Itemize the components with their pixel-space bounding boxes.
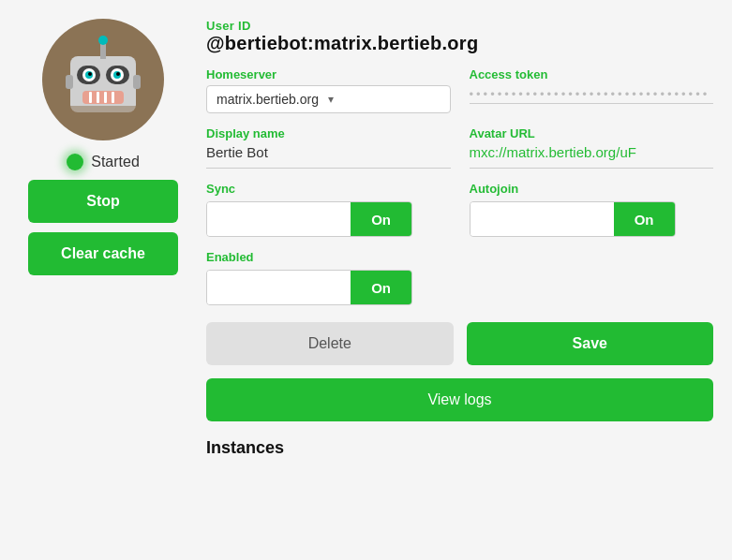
autojoin-group: Autojoin On xyxy=(470,182,714,237)
sync-autojoin-row: Sync On Autojoin On xyxy=(206,182,713,237)
access-token-group: Access token xyxy=(470,67,714,113)
enabled-on-label[interactable]: On xyxy=(351,271,411,304)
svg-rect-12 xyxy=(89,92,92,103)
autojoin-off-area xyxy=(471,202,614,236)
user-id-label: User ID xyxy=(206,19,713,33)
right-panel: User ID @bertiebot:matrix.bertieb.org Ho… xyxy=(206,19,713,458)
sync-toggle[interactable]: On xyxy=(206,201,412,237)
instances-label: Instances xyxy=(206,438,713,458)
status-dot xyxy=(67,154,83,170)
delete-button[interactable]: Delete xyxy=(206,322,454,365)
svg-point-9 xyxy=(88,72,92,76)
homeserver-access-row: Homeserver matrix.bertieb.org ▾ Access t… xyxy=(206,67,713,113)
homeserver-label: Homeserver xyxy=(206,67,451,81)
clear-cache-button[interactable]: Clear cache xyxy=(28,232,178,275)
homeserver-group: Homeserver matrix.bertieb.org ▾ xyxy=(206,67,451,113)
enabled-group: Enabled On xyxy=(206,250,713,305)
access-token-label: Access token xyxy=(470,67,714,81)
svg-rect-14 xyxy=(104,92,107,103)
save-button[interactable]: Save xyxy=(467,322,714,365)
sync-off-area xyxy=(207,202,351,236)
chevron-down-icon: ▾ xyxy=(328,93,440,106)
svg-rect-15 xyxy=(112,92,114,103)
autojoin-toggle[interactable]: On xyxy=(470,201,676,237)
enabled-toggle[interactable]: On xyxy=(206,270,412,305)
stop-button[interactable]: Stop xyxy=(28,180,178,223)
sync-label: Sync xyxy=(206,182,451,196)
svg-rect-13 xyxy=(97,92,99,103)
user-id-value: @bertiebot:matrix.bertieb.org xyxy=(206,33,713,54)
svg-rect-16 xyxy=(66,75,73,89)
svg-point-10 xyxy=(116,72,120,76)
homeserver-select[interactable]: matrix.bertieb.org ▾ xyxy=(206,85,451,113)
autojoin-on-label[interactable]: On xyxy=(614,202,675,236)
svg-rect-11 xyxy=(82,91,124,104)
user-id-section: User ID @bertiebot:matrix.bertieb.org xyxy=(206,19,713,54)
enabled-off-area xyxy=(207,271,351,304)
display-name-group: Display name Bertie Bot xyxy=(206,126,451,169)
avatar-url-group: Avatar URL mxc://matrix.bertieb.org/uF xyxy=(470,126,714,169)
svg-rect-18 xyxy=(70,106,136,112)
avatar-image xyxy=(56,33,150,126)
display-name-value[interactable]: Bertie Bot xyxy=(206,144,451,169)
homeserver-value: matrix.bertieb.org xyxy=(217,92,328,107)
left-panel: Started Stop Clear cache xyxy=(19,19,187,275)
avatar-url-label: Avatar URL xyxy=(470,126,714,140)
avatar xyxy=(42,19,164,140)
svg-rect-17 xyxy=(133,75,141,89)
access-token-input[interactable] xyxy=(470,85,714,104)
sync-on-label[interactable]: On xyxy=(351,202,411,236)
autojoin-label: Autojoin xyxy=(470,182,714,196)
display-avatar-row: Display name Bertie Bot Avatar URL mxc:/… xyxy=(206,126,713,169)
status-row: Started xyxy=(67,154,140,170)
avatar-url-value[interactable]: mxc://matrix.bertieb.org/uF xyxy=(470,144,714,169)
status-text: Started xyxy=(91,154,140,170)
svg-point-2 xyxy=(98,36,108,45)
enabled-label: Enabled xyxy=(206,250,713,264)
view-logs-button[interactable]: View logs xyxy=(206,378,713,421)
sync-group: Sync On xyxy=(206,182,451,237)
delete-save-row: Delete Save xyxy=(206,322,713,365)
display-name-label: Display name xyxy=(206,126,451,140)
